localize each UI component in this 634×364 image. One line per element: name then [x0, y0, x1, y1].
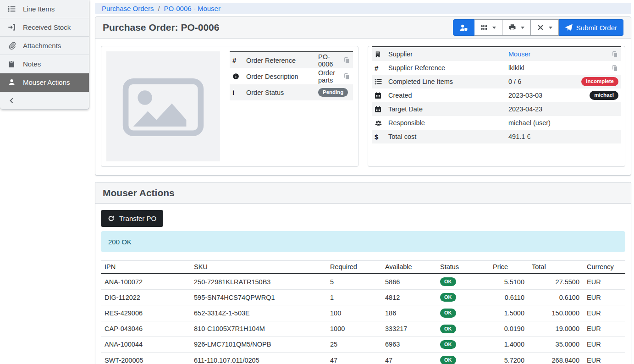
- printer-icon: [508, 24, 516, 31]
- cell-price: 5.7200: [489, 352, 528, 364]
- cell-total: 150.0000: [528, 305, 583, 321]
- sidebar-item-received-stock[interactable]: Received Stock: [0, 18, 89, 37]
- detail-row-supplier: Supplier Mouser: [372, 47, 621, 61]
- main-content: Purchase Orders / PO-0006 - Mouser Purch…: [89, 0, 634, 364]
- app-root: Line Items Received Stock Attachments No…: [0, 0, 634, 364]
- cell-status: OK: [436, 290, 489, 305]
- order-image-placeholder[interactable]: [106, 51, 220, 161]
- cell-price: 5.5100: [489, 274, 528, 290]
- cell-price: 1.5000: [489, 305, 528, 321]
- column-header-total: Total: [528, 261, 583, 274]
- transfer-po-label: Transfer PO: [119, 215, 156, 222]
- column-header-sku: SKU: [190, 261, 326, 274]
- paperclip-icon: [7, 42, 16, 50]
- cell-total: 268.8400: [528, 352, 583, 364]
- detail-row-order-reference: # Order Reference PO-0006: [230, 52, 353, 68]
- column-header-available: Available: [381, 261, 436, 274]
- sign-in-icon: [7, 23, 16, 31]
- cell-status: OK: [436, 274, 489, 290]
- supplier-summary-card: Supplier Mouser # Supplier Reference lkl…: [368, 46, 625, 167]
- cell-required: 1000: [326, 321, 381, 336]
- detail-label: Supplier Reference: [388, 64, 508, 72]
- breadcrumb-link-current-order[interactable]: PO-0006 - Mouser: [164, 5, 221, 12]
- copy-icon[interactable]: [612, 65, 618, 72]
- ok-badge: OK: [440, 277, 456, 286]
- order-summary-card: # Order Reference PO-0006 Order Descri: [101, 46, 358, 167]
- dollar-icon: $: [375, 133, 388, 141]
- cell-status: OK: [436, 321, 489, 336]
- calendar-icon: [375, 106, 388, 113]
- purchase-order-panel: Purchase Order: PO-0006: [95, 17, 631, 176]
- sidebar-item-label: Line Items: [23, 5, 55, 13]
- cell-ipn: DIG-112022: [101, 290, 190, 305]
- table-row: DIG-112022 595-SN74HCS74QPWRQ1 1 4812 OK…: [101, 290, 625, 305]
- detail-row-target-date: Target Date 2023-04-23: [372, 102, 621, 116]
- cell-price: 0.0190: [489, 321, 528, 336]
- copy-icon[interactable]: [343, 73, 350, 80]
- sidebar-item-line-items[interactable]: Line Items: [0, 0, 89, 18]
- cell-sku: 926-LMC7101QM5/NOPB: [190, 336, 326, 352]
- sidebar-item-notes[interactable]: Notes: [0, 55, 89, 73]
- building-icon: [375, 51, 388, 58]
- sidebar-item-label: Attachments: [23, 42, 61, 50]
- detail-row-order-status: i Order Status Pending: [230, 84, 353, 100]
- copy-icon[interactable]: [343, 57, 350, 64]
- submit-order-button[interactable]: Submit Order: [559, 19, 623, 36]
- detail-label: Created: [388, 92, 508, 99]
- cell-ipn: ANA-100044: [101, 336, 190, 352]
- cell-required: 100: [326, 305, 381, 321]
- detail-row-responsible: Responsible michael (user): [372, 116, 621, 130]
- supplier-link[interactable]: Mouser: [508, 50, 530, 58]
- cell-sku: 611-110.107.011/0205: [190, 352, 326, 364]
- print-actions-button[interactable]: [502, 19, 531, 36]
- cell-ipn: CAP-043046: [101, 321, 190, 336]
- list-ol-icon: [7, 5, 16, 13]
- sidebar-item-attachments[interactable]: Attachments: [0, 37, 89, 55]
- info-circle-icon: [232, 73, 246, 80]
- transfer-po-button[interactable]: Transfer PO: [101, 210, 163, 227]
- detail-label: Order Reference: [246, 57, 318, 64]
- sidebar-column: Line Items Received Stock Attachments No…: [0, 0, 89, 364]
- cell-ipn: SWT-200005: [101, 352, 190, 364]
- clipboard-icon: [7, 61, 16, 68]
- sidebar-collapse-button[interactable]: [0, 92, 89, 109]
- copy-icon[interactable]: [612, 51, 618, 58]
- breadcrumb-link-purchase-orders[interactable]: Purchase Orders: [102, 5, 154, 12]
- cell-status: OK: [436, 352, 489, 364]
- supplier-reference-value: lklklkl: [508, 64, 612, 72]
- sidebar-item-mouser-actions[interactable]: Mouser Actions: [0, 73, 89, 92]
- mouser-actions-title: Mouser Actions: [103, 188, 175, 199]
- column-header-currency: Currency: [583, 261, 625, 274]
- order-options-button[interactable]: [531, 19, 559, 36]
- order-reference-value: PO-0006: [318, 53, 343, 68]
- cell-available: 5866: [381, 274, 436, 290]
- detail-row-supplier-reference: # Supplier Reference lklklkl: [372, 61, 621, 75]
- status-alert-text: 200 OK: [108, 238, 132, 246]
- hash-icon: #: [232, 56, 246, 64]
- detail-row-total-cost: $ Total cost 491.1 €: [372, 130, 621, 143]
- detail-label: Responsible: [388, 119, 508, 127]
- users-icon: [375, 120, 388, 127]
- status-alert: 200 OK: [101, 231, 625, 252]
- sidebar: Line Items Received Stock Attachments No…: [0, 0, 89, 110]
- order-description-value: Order parts: [318, 69, 343, 84]
- cell-currency: EUR: [583, 336, 625, 352]
- cell-sku: 810-C1005X7R1H104M: [190, 321, 326, 336]
- user-icon: [7, 78, 16, 86]
- cell-currency: EUR: [583, 305, 625, 321]
- cell-sku: 250-72981KLRATR150B3: [190, 274, 326, 290]
- mouser-order-table: IPN SKU Required Available Status Price …: [101, 260, 625, 364]
- cell-currency: EUR: [583, 352, 625, 364]
- supplier-detail-table: Supplier Mouser # Supplier Reference lkl…: [372, 46, 621, 143]
- page-title: Purchase Order: PO-0006: [103, 22, 219, 33]
- table-header-row: IPN SKU Required Available Status Price …: [101, 261, 625, 274]
- cell-available: 186: [381, 305, 436, 321]
- table-row: CAP-043046 810-C1005X7R1H104M 1000 33321…: [101, 321, 625, 336]
- cell-sku: 595-SN74HCS74QPWRQ1: [190, 290, 326, 305]
- cell-total: 19.0000: [528, 321, 583, 336]
- mouser-actions-header: Mouser Actions: [95, 182, 631, 204]
- cell-total: 35.0000: [528, 336, 583, 352]
- admin-button[interactable]: [453, 19, 474, 36]
- barcode-actions-button[interactable]: [474, 19, 502, 36]
- detail-label: Completed Line Items: [388, 78, 508, 85]
